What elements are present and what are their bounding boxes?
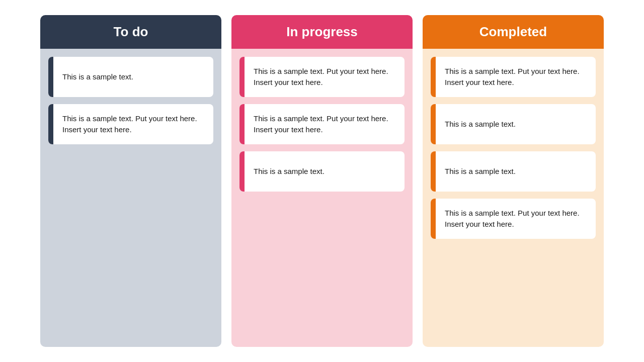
column-inprogress-title: In progress [286, 24, 358, 39]
card-comp-2-text: This is a sample text. [436, 104, 525, 144]
card-todo-1[interactable]: This is a sample text. [48, 57, 213, 97]
card-accent [431, 104, 436, 144]
kanban-board: To do This is a sample text. This is a s… [35, 15, 609, 347]
card-accent [48, 57, 53, 97]
card-accent [431, 151, 436, 192]
column-completed-header: Completed [423, 15, 604, 49]
column-todo-title: To do [114, 24, 148, 39]
card-ip-2-text: This is a sample text. Put your text her… [245, 104, 405, 144]
card-accent [239, 57, 245, 97]
card-accent [239, 151, 245, 192]
card-ip-1[interactable]: This is a sample text. Put your text her… [239, 57, 405, 97]
card-comp-1-text: This is a sample text. Put your text her… [436, 57, 596, 97]
card-comp-1[interactable]: This is a sample text. Put your text her… [431, 57, 596, 97]
column-inprogress-header: In progress [231, 15, 413, 49]
column-todo-body: This is a sample text. This is a sample … [40, 49, 221, 347]
column-inprogress: In progress This is a sample text. Put y… [231, 15, 413, 347]
card-accent [431, 199, 436, 239]
card-ip-1-text: This is a sample text. Put your text her… [245, 57, 405, 97]
card-comp-3[interactable]: This is a sample text. [431, 151, 596, 192]
card-ip-3[interactable]: This is a sample text. [239, 151, 405, 192]
card-todo-2-text: This is a sample text. Put your text her… [53, 104, 213, 144]
column-completed-title: Completed [479, 24, 547, 39]
card-accent [239, 104, 245, 144]
column-todo-header: To do [40, 15, 221, 49]
card-ip-3-text: This is a sample text. [245, 151, 334, 192]
column-todo: To do This is a sample text. This is a s… [40, 15, 221, 347]
column-inprogress-body: This is a sample text. Put your text her… [231, 49, 413, 347]
card-todo-2[interactable]: This is a sample text. Put your text her… [48, 104, 213, 144]
card-accent [431, 57, 436, 97]
card-ip-2[interactable]: This is a sample text. Put your text her… [239, 104, 405, 144]
card-accent [48, 104, 53, 144]
card-comp-3-text: This is a sample text. [436, 151, 525, 192]
card-comp-4-text: This is a sample text. Put your text her… [436, 199, 596, 239]
card-comp-2[interactable]: This is a sample text. [431, 104, 596, 144]
column-completed-body: This is a sample text. Put your text her… [423, 49, 604, 347]
card-todo-1-text: This is a sample text. [53, 57, 142, 97]
column-completed: Completed This is a sample text. Put you… [423, 15, 604, 347]
card-comp-4[interactable]: This is a sample text. Put your text her… [431, 199, 596, 239]
